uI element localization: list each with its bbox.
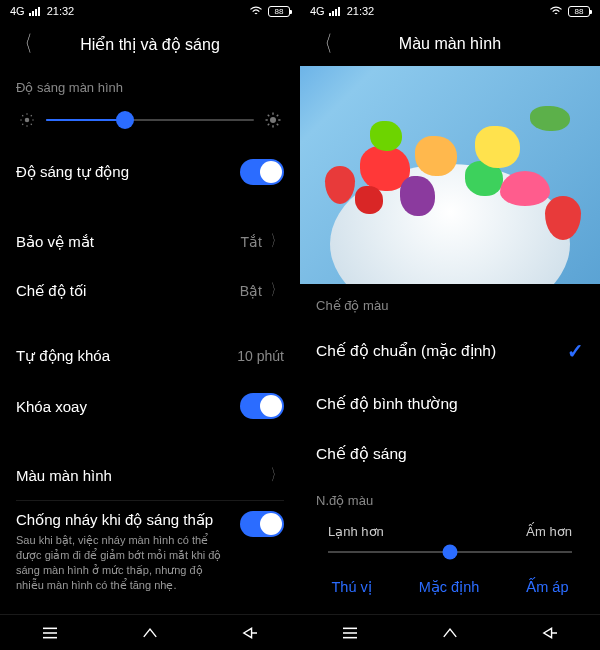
nav-bar [300,614,600,650]
eye-protection-label: Bảo vệ mắt [16,233,94,251]
header: 〈 Hiển thị và độ sáng [0,22,300,66]
page-title: Màu màn hình [314,35,586,53]
color-mode-option-normal[interactable]: Chế độ bình thường [300,379,600,429]
rotation-lock-row[interactable]: Khóa xoay [0,379,300,433]
preset-default[interactable]: Mặc định [419,579,480,595]
svg-line-5 [22,115,23,116]
right-screen: 4G 21:32 88 〈 Màu màn hình Chế độ màu Ch… [300,0,600,650]
svg-line-7 [22,124,23,125]
preset-warm[interactable]: Ấm áp [526,579,568,595]
time: 21:32 [347,5,375,17]
sun-low-icon [18,111,36,129]
nav-back-icon[interactable] [540,626,560,640]
auto-brightness-row[interactable]: Độ sáng tự động [0,145,300,199]
chevron-right-icon: 〉 [271,465,281,486]
anti-flicker-desc: Sau khi bật, việc nháy màn hình có thể đ… [16,533,230,592]
nav-menu-icon[interactable] [40,626,60,640]
svg-line-6 [31,124,32,125]
auto-lock-label: Tự động khóa [16,347,110,365]
svg-line-17 [277,115,279,117]
screen-color-row[interactable]: Màu màn hình 〉 [0,451,300,500]
brightness-section-label: Độ sáng màn hình [0,66,300,105]
warmer-label: Ấm hơn [526,524,572,539]
network-type: 4G [10,5,25,17]
time: 21:32 [47,5,75,17]
color-temp-slider[interactable] [300,543,600,567]
color-mode-option-bright[interactable]: Chế độ sáng [300,429,600,479]
anti-flicker-toggle[interactable] [240,511,284,537]
back-icon[interactable]: 〈 [317,29,332,59]
chevron-right-icon: 〉 [271,231,281,252]
anti-flicker-row[interactable]: Chống nháy khi độ sáng thấp Sau khi bật,… [0,501,300,606]
page-title: Hiển thị và độ sáng [14,35,286,54]
back-icon[interactable]: 〈 [17,29,32,59]
dark-mode-label: Chế độ tối [16,282,86,300]
network-type: 4G [310,5,325,17]
svg-line-15 [277,124,279,126]
nav-home-icon[interactable] [140,626,160,640]
header: 〈 Màu màn hình [300,22,600,66]
eye-protection-row[interactable]: Bảo vệ mắt Tắt〉 [0,217,300,266]
cooler-label: Lạnh hơn [328,524,384,539]
color-mode-option-standard[interactable]: Chế độ chuẩn (mặc định) ✓ [300,323,600,379]
nav-back-icon[interactable] [240,626,260,640]
svg-line-16 [268,124,270,126]
svg-point-0 [25,118,30,123]
auto-lock-row[interactable]: Tự động khóa 10 phút [0,333,300,379]
dark-mode-row[interactable]: Chế độ tối Bật〉 [0,266,300,315]
screen-color-label: Màu màn hình [16,467,112,484]
svg-line-14 [268,115,270,117]
nav-home-icon[interactable] [440,626,460,640]
battery-icon: 88 [568,6,590,17]
rotation-lock-label: Khóa xoay [16,398,87,415]
rotation-lock-toggle[interactable] [240,393,284,419]
color-mode-label: Chế độ màu [300,284,600,323]
nav-bar [0,614,300,650]
color-preview-image [300,66,600,284]
wifi-icon [249,6,263,16]
left-screen: 4G 21:32 88 〈 Hiển thị và độ sáng Độ sán… [0,0,300,650]
chevron-right-icon: 〉 [271,280,281,301]
status-bar: 4G 21:32 88 [0,0,300,22]
brightness-slider[interactable] [0,105,300,145]
auto-brightness-toggle[interactable] [240,159,284,185]
color-temp-label: N.độ màu [300,479,600,518]
anti-flicker-label: Chống nháy khi độ sáng thấp [16,511,230,529]
preset-vivid[interactable]: Thú vị [331,579,371,595]
wifi-icon [549,6,563,16]
check-icon: ✓ [567,339,584,363]
battery-icon: 88 [268,6,290,17]
signal-icon [29,6,43,16]
auto-brightness-label: Độ sáng tự động [16,163,129,181]
sun-high-icon [264,111,282,129]
svg-line-8 [31,115,32,116]
status-bar: 4G 21:32 88 [300,0,600,22]
svg-point-9 [270,117,276,123]
signal-icon [329,6,343,16]
nav-menu-icon[interactable] [340,626,360,640]
